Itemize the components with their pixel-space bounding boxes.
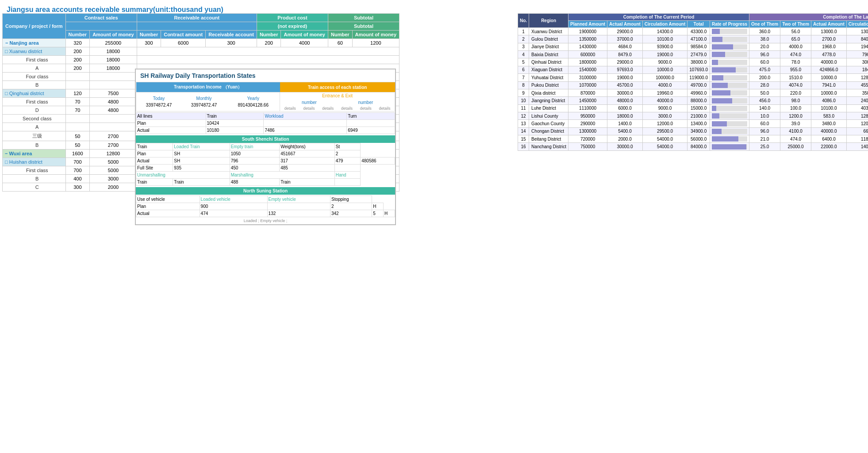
cell-region: Xuanwu District (529, 28, 568, 35)
cell-actual: 45700.0 (607, 81, 643, 89)
cell-region: Qixia district (529, 89, 568, 96)
row-empty-1 (137, 56, 399, 64)
th-two: Two of Them (780, 21, 811, 28)
col-subtotal2: Subtotal (328, 22, 399, 31)
cell-one: 38.0 (749, 35, 780, 43)
cell-region: Qinhuai District (529, 58, 568, 66)
actual-turn: 6949 (347, 127, 395, 134)
th-planned: Planned Amount (568, 21, 607, 28)
v-actual-5: 5 (372, 210, 384, 217)
nanjing-amt1: 255000 (90, 39, 137, 47)
train-label: Train (136, 143, 173, 150)
empty-note: Empty vehicle ; (260, 219, 287, 223)
cell-total: 34900.0 (687, 127, 710, 135)
south-station-header: South Shenchi Station (136, 135, 395, 143)
um-train2: Train (173, 179, 230, 186)
col-amt4: Amount of money (352, 31, 399, 39)
cell-circ: 9000.0 (642, 58, 687, 66)
cell-actual: 29000.0 (607, 28, 643, 35)
cell-circ: 14300.0 (642, 28, 687, 35)
s-fullsite-label: Full Site (136, 165, 173, 172)
cell-one: 50.0 (749, 89, 780, 96)
v-actual-h: H (384, 210, 395, 217)
s-plan-st: 2 (334, 150, 361, 157)
th-last-actual: Actual Amount (811, 21, 847, 28)
v-plan-label: Plan (136, 203, 200, 210)
row-amt1-7: 4800 (90, 106, 137, 115)
row-num1-3 (65, 73, 90, 81)
row-name-6: First class (3, 98, 66, 106)
table-row: 16 Nanchang District 750000 30000.0 5400… (518, 143, 868, 150)
period-yearly: Yearly (227, 95, 280, 102)
col-num1: Number (65, 31, 90, 39)
main-transport-table: No. Region Completion of The Current Per… (518, 13, 868, 151)
s-fullsite-empty (334, 165, 361, 172)
cell-last-actual: 2700.0 (811, 35, 847, 43)
row-amt1-16: 2000 (90, 183, 137, 192)
cell-total: 15000.0 (687, 104, 710, 112)
cell-one: 10.0 (749, 112, 780, 119)
cell-total: 27479.0 (687, 51, 710, 58)
number-label-1: number (302, 100, 317, 105)
s-fullsite-935: 935 (173, 165, 230, 172)
col-turn: Turn (347, 113, 395, 120)
s-plan-weight: 451667 (280, 150, 335, 157)
north-station-header: North Suning Station (136, 187, 395, 195)
row-amt1-9 (90, 123, 137, 131)
v-actual-label: Actual (136, 210, 200, 217)
row-amt1-10: 2700 (90, 131, 137, 141)
col-alllines: All lines (136, 113, 206, 120)
um-train3: Train (280, 179, 335, 186)
row-num1-7: 70 (65, 106, 90, 115)
loaded-train-label: Loaded Train (173, 143, 230, 150)
row-amt1-8 (90, 115, 137, 123)
table-row: 12 Lishui County 950000 18000.0 3000.0 2… (518, 112, 868, 119)
cell-two: 1510.0 (780, 74, 811, 81)
detail-6: details (379, 106, 391, 111)
cell-no: 14 (518, 127, 529, 135)
table-row: 15 Beitang District 720000 2000.0 54000.… (518, 135, 868, 143)
cell-last-actual: 40000.0 (811, 127, 847, 135)
table-row: 8 Pukou District 1070000 45700.0 4000.0 … (518, 81, 868, 89)
cell-planned: 1540000 (568, 66, 607, 73)
cell-planned: 950000 (568, 112, 607, 119)
cell-total: 43300.0 (687, 28, 710, 35)
cell-actual: 2000.0 (607, 135, 643, 143)
cell-actual: 48000.0 (607, 97, 643, 104)
cell-total: 107693.0 (687, 66, 710, 73)
row-amt1-11: 2700 (90, 141, 137, 150)
detail-3: details (322, 106, 334, 111)
cell-actual: 30000.0 (607, 143, 643, 150)
nanjing-num1: 320 (65, 39, 90, 47)
cell-one: 21.0 (749, 135, 780, 143)
v-actual-474: 474 (200, 210, 267, 217)
th-last: Completion of The Last Period (749, 14, 868, 21)
col-amt1: Amount of money (90, 31, 137, 39)
row-num1-11: 50 (65, 141, 90, 150)
col-amt3: Amount of money (281, 31, 328, 39)
row-num1-1: 200 (65, 56, 90, 64)
s-plan-code: SH (173, 150, 230, 157)
actual-train: 10180 (206, 127, 264, 134)
row-amt1-13: 5000 (90, 158, 137, 166)
s-actual-317: 317 (280, 157, 335, 165)
cell-circ: 12000.0 (642, 120, 687, 127)
cell-progress (710, 66, 749, 73)
row-num1-4 (65, 81, 90, 89)
number-label-2: number (358, 100, 373, 105)
v-plan-2: 2 (330, 203, 372, 210)
col-num2: Number (137, 31, 161, 39)
s-actual-479: 479 (334, 157, 361, 165)
cell-two: 1200.0 (780, 112, 811, 119)
cell-actual: 19000.0 (607, 74, 643, 81)
cell-no: 10 (518, 97, 529, 104)
cell-total: 88000.0 (687, 97, 710, 104)
cell-region: Lishui County (529, 112, 568, 119)
cell-last-circ: 11880.0 (846, 135, 868, 143)
cell-planned: 290000 (568, 120, 607, 127)
s-fullsite-485: 485 (280, 165, 335, 172)
cell-circ: 93900.0 (642, 43, 687, 50)
cell-one: 20.0 (749, 43, 780, 50)
today-val: 33974872.47 (136, 102, 181, 108)
row-num1-12: 1600 (65, 150, 90, 158)
